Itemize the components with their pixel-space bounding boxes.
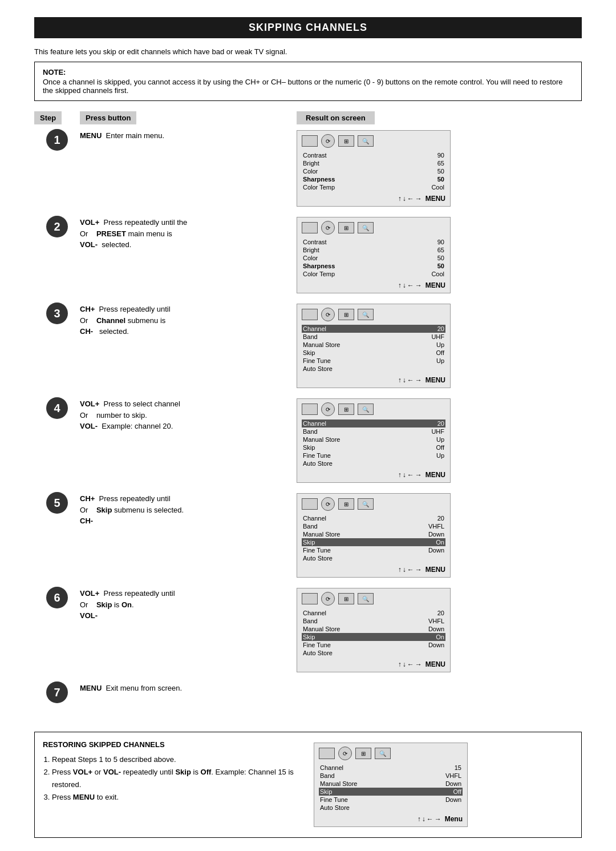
step-circle-2: 2	[34, 215, 80, 237]
step-number-3: 3	[46, 303, 68, 324]
col-step-header: Step	[34, 111, 62, 124]
tv-icon-9	[302, 309, 318, 320]
step-result-4: ⟳ ⊞ 🔍 Channel20 BandUHF Manual StoreUp S…	[297, 396, 582, 485]
tv-screen-1: ⟳ ⊞ 🔍 Contrast90 Bright65 Color50 Sharpn…	[297, 130, 451, 207]
step-press-5: CH+ Press repeatedly until Or Skip subme…	[80, 491, 297, 529]
note-label: NOTE:	[43, 68, 66, 76]
tv-icon-17	[302, 498, 318, 510]
tv-icon-15: ⊞	[338, 404, 354, 415]
step-row: 1 MENU Enter main menu. ⟳ ⊞ 🔍 Contrast90…	[34, 128, 582, 209]
tv-icon-26: ⟳	[338, 747, 352, 760]
list-item: Press MENU to exit.	[52, 791, 302, 804]
tv-icon-6: ⟳	[321, 221, 335, 235]
tv-screen-2: ⟳ ⊞ 🔍 Contrast90 Bright65 Color50 Sharpn…	[297, 217, 451, 293]
step-row: 2 VOL+ Press repeatedly until the Or PRE…	[34, 215, 582, 296]
restoring-list: Repeat Steps 1 to 5 described above. Pre…	[43, 753, 302, 804]
step-press-3: CH+ Press repeatedly until Or Channel su…	[80, 301, 297, 340]
step-number-7: 7	[46, 681, 68, 703]
step-result-3: ⟳ ⊞ 🔍 Channel20 BandUHF Manual StoreUp S…	[297, 301, 582, 390]
tv-icon-13	[302, 404, 318, 415]
tv-icon-14: ⟳	[321, 402, 335, 416]
list-item: Repeat Steps 1 to 5 described above.	[52, 753, 302, 766]
step-result-1: ⟳ ⊞ 🔍 Contrast90 Bright65 Color50 Sharpn…	[297, 128, 582, 209]
step-circle-5: 5	[34, 491, 80, 514]
tv-icon-2: ⟳	[321, 134, 335, 148]
step-number-2: 2	[46, 216, 68, 237]
col-result-header: Result on screen	[297, 111, 375, 124]
step-row: 5 CH+ Press repeatedly until Or Skip sub…	[34, 491, 582, 580]
tv-icon-24: 🔍	[358, 593, 374, 604]
tv-icon-11: ⊞	[338, 309, 354, 320]
tv-icon-28: 🔍	[375, 748, 391, 759]
step-number-5: 5	[46, 492, 68, 514]
step-press-1: MENU Enter main menu.	[80, 128, 297, 144]
step-circle-1: 1	[34, 128, 80, 151]
step-press-7: MENU Exit menu from screen.	[80, 680, 297, 696]
tv-icon-25	[319, 748, 335, 759]
tv-icon-19: ⊞	[338, 498, 354, 510]
tv-screen-5: ⟳ ⊞ 🔍 Channel20 BandVHFL Manual StoreDow…	[297, 493, 451, 578]
step-row: 6 VOL+ Press repeatedly until Or Skip is…	[34, 586, 582, 675]
intro-text: This feature lets you skip or edit chann…	[34, 47, 582, 56]
restoring-section: RESTORING SKIPPED CHANNELS Repeat Steps …	[34, 732, 582, 838]
tv-icon-21	[302, 593, 318, 604]
tv-icon-16: 🔍	[358, 404, 374, 415]
step-press-2: VOL+ Press repeatedly until the Or PRESE…	[80, 215, 297, 253]
tv-icon-27: ⊞	[355, 748, 371, 759]
step-circle-7: 7	[34, 680, 80, 703]
step-circle-6: 6	[34, 586, 80, 608]
step-result-6: ⟳ ⊞ 🔍 Channel20 BandVHFL Manual StoreDow…	[297, 586, 582, 675]
tv-screen-4: ⟳ ⊞ 🔍 Channel20 BandUHF Manual StoreUp S…	[297, 398, 451, 483]
step-result-7	[297, 680, 582, 685]
tv-icon-10: ⟳	[321, 308, 335, 321]
tv-icon-7: ⊞	[338, 222, 354, 233]
tv-icon-1	[302, 135, 318, 147]
list-item: Press VOL+ or VOL- repeatedly until Skip…	[52, 766, 302, 791]
tv-screen-6: ⟳ ⊞ 🔍 Channel20 BandVHFL Manual StoreDow…	[297, 588, 451, 672]
step-row: 7 MENU Exit menu from screen.	[34, 680, 582, 726]
tv-screen-3: ⟳ ⊞ 🔍 Channel20 BandUHF Manual StoreUp S…	[297, 304, 451, 388]
tv-icon-8: 🔍	[358, 222, 374, 233]
step-number-4: 4	[46, 397, 68, 419]
tv-icon-5	[302, 222, 318, 233]
restoring-title: RESTORING SKIPPED CHANNELS	[43, 740, 302, 749]
page-title: SKIPPING CHANNELS	[34, 17, 582, 38]
note-text: Once a channel is skipped, you cannot ac…	[43, 78, 573, 95]
step-row: 4 VOL+ Press to select channel Or number…	[34, 396, 582, 485]
step-number-6: 6	[46, 587, 68, 608]
tv-icon-4: 🔍	[358, 135, 374, 147]
col-press-header: Press button	[80, 111, 136, 124]
step-number-1: 1	[46, 129, 68, 151]
step-circle-3: 3	[34, 301, 80, 324]
tv-screen-restoring: ⟳ ⊞ 🔍 Channel15 BandVHFL Manual StoreDow…	[314, 743, 468, 827]
tv-icon-3: ⊞	[338, 135, 354, 147]
step-row: 3 CH+ Press repeatedly until Or Channel …	[34, 301, 582, 390]
tv-icon-20: 🔍	[358, 498, 374, 510]
step-result-2: ⟳ ⊞ 🔍 Contrast90 Bright65 Color50 Sharpn…	[297, 215, 582, 296]
step-press-4: VOL+ Press to select channel Or number t…	[80, 396, 297, 434]
note-box: NOTE: Once a channel is skipped, you can…	[34, 62, 582, 101]
tv-icon-12: 🔍	[358, 309, 374, 320]
tv-icon-23: ⊞	[338, 593, 354, 604]
restoring-result: ⟳ ⊞ 🔍 Channel15 BandVHFL Manual StoreDow…	[314, 740, 573, 829]
restoring-text: RESTORING SKIPPED CHANNELS Repeat Steps …	[43, 740, 302, 804]
step-circle-4: 4	[34, 396, 80, 419]
tv-icon-22: ⟳	[321, 592, 335, 606]
step-press-6: VOL+ Press repeatedly until Or Skip is O…	[80, 586, 297, 624]
table-header: Step Press button Result on screen	[34, 111, 582, 124]
step-result-5: ⟳ ⊞ 🔍 Channel20 BandVHFL Manual StoreDow…	[297, 491, 582, 580]
tv-icon-18: ⟳	[321, 497, 335, 511]
